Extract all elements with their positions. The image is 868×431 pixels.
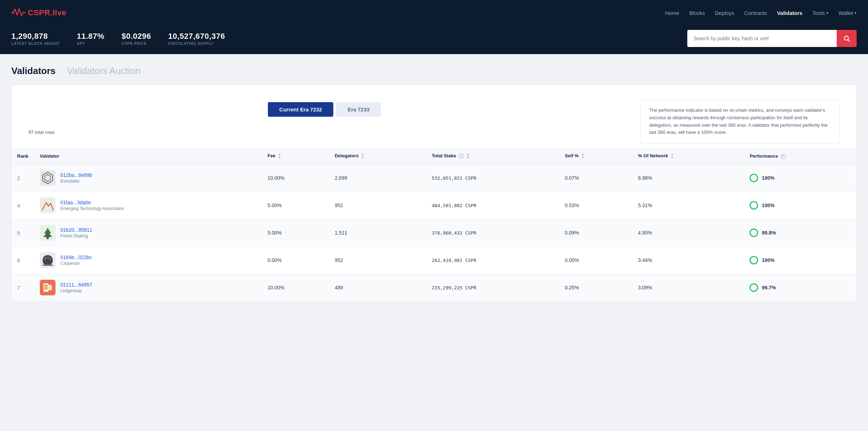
validator-info: 012ba...6e69b Everstake [60,172,92,184]
performance-value: 99.7% [762,285,776,290]
performance-info-box: The performance indicator is based on on… [640,99,840,144]
stat-block-height-value: 1,290,878 [11,32,60,41]
stat-apy: 11.87% APY [77,32,105,46]
tab-validators-auction[interactable]: Validators Auction [67,65,140,77]
fee-cell: 0.00% [262,247,329,274]
col-delegators[interactable]: Delegators ▲▼ [329,148,426,164]
validator-icon [40,198,55,213]
delegators-cell: 1,511 [329,219,426,247]
validator-info: 01faa...3da0e Emerging Technology Associ… [60,200,124,211]
col-performance: Performance i [744,148,857,164]
performance-cell: 100% [744,192,857,219]
stat-apy-value: 11.87% [77,32,105,41]
stat-apy-label: APY [77,42,105,46]
nav-validators[interactable]: Validators [777,10,803,16]
nav-blocks[interactable]: Blocks [689,10,705,16]
logo-svg [11,6,26,20]
nav-tools[interactable]: Tools ▾ [813,10,829,16]
table-row: 2 012ba...6e69b Everstake 10.00% 2,699 5… [11,164,857,192]
validators-table-card: Current Era 7232 Era 7233 97 total rows … [11,85,857,301]
col-total-stake[interactable]: Total Stake i ▲▼ [426,148,559,164]
validator-name: Everstake [60,179,92,184]
validator-info: 01111...64957 Ledgerleap [60,282,92,293]
nav-wallet[interactable]: Wallet ▾ [838,10,857,16]
total-stake-cell: 262,410,981 CSPR [426,247,559,274]
network-pct-cell: 5.31% [632,192,744,219]
search-button[interactable] [837,30,857,47]
fee-cell: 10.00% [262,164,329,192]
self-pct-cell: 0.25% [559,274,633,301]
col-self-pct[interactable]: Self % ▲▼ [559,148,633,164]
tools-chevron-icon: ▾ [826,11,829,15]
logo-text: CSPR.live [28,8,66,17]
network-sort-icon[interactable]: ▲▼ [671,153,674,159]
stat-price-value: $0.0296 [122,32,151,41]
stats-bar: 1,290,878 LATEST BLOCK HEIGHT 11.87% APY… [0,26,868,54]
validators-table: Rank Validator Fee ▲▼ Delegators ▲▼ Tota… [11,148,857,301]
fee-sort-icon[interactable]: ▲▼ [278,153,281,159]
validator-address[interactable]: 01111...64957 [60,282,92,288]
svg-marker-4 [45,174,51,182]
next-era-button[interactable]: Era 7233 [336,102,381,117]
main-nav: Home Blocks Deploys Contracts Validators… [665,10,857,16]
validator-address[interactable]: 01b20...85811 [60,227,92,233]
stat-price: $0.0296 CSPR PRICE [122,32,151,46]
tab-validators[interactable]: Validators [11,65,55,77]
col-network-pct[interactable]: % Of Network ▲▼ [632,148,744,164]
delegators-cell: 952 [329,192,426,219]
performance-cell: 100% [744,247,857,274]
table-row: 6 0169e...022bc Casperian 0.00% 952 262,… [11,247,857,274]
logo[interactable]: CSPR.live [11,6,66,20]
table-header: Rank Validator Fee ▲▼ Delegators ▲▼ Tota… [11,148,857,164]
nav-home[interactable]: Home [665,10,679,16]
total-rows-label: 97 total rows [20,124,629,135]
self-pct-cell: 0.53% [559,192,633,219]
validator-name: Forest Staking [60,233,92,238]
nav-deploys[interactable]: Deploys [715,10,734,16]
current-era-button[interactable]: Current Era 7232 [268,102,333,117]
svg-marker-6 [43,231,52,237]
validator-address[interactable]: 012ba...6e69b [60,172,92,178]
self-pct-cell: 0.09% [559,219,633,247]
stat-supply: 10,527,670,376 CIRCULATING SUPPLY [168,32,225,46]
col-fee[interactable]: Fee ▲▼ [262,148,329,164]
table-body: 2 012ba...6e69b Everstake 10.00% 2,699 5… [11,164,857,301]
svg-rect-12 [44,287,48,288]
self-sort-icon[interactable]: ▲▼ [581,153,584,159]
search-input[interactable] [687,30,837,47]
stat-supply-label: CIRCULATING SUPPLY [168,42,225,46]
rank-cell: 6 [11,247,34,274]
network-pct-cell: 4.95% [632,219,744,247]
validator-cell: 01b20...85811 Forest Staking [34,219,262,247]
validator-cell: 01111...64957 Ledgerleap [34,274,262,301]
total-stake-cell: 532,051,021 CSPR [426,164,559,192]
performance-value: 100% [762,257,774,263]
delegators-cell: 952 [329,247,426,274]
page-tabs: Validators Validators Auction [11,65,857,77]
total-stake-sort-icon[interactable]: ▲▼ [466,153,469,159]
rank-cell: 5 [11,219,34,247]
delegators-sort-icon[interactable]: ▲▼ [361,153,364,159]
self-pct-cell: 0.07% [559,164,633,192]
self-pct-cell: 0.00% [559,247,633,274]
validator-address[interactable]: 0169e...022bc [60,254,92,260]
rank-cell: 7 [11,274,34,301]
stat-block-height: 1,290,878 LATEST BLOCK HEIGHT [11,32,60,46]
performance-cell: 99.8% [744,219,857,247]
performance-value: 100% [762,203,774,208]
network-pct-cell: 6.98% [632,164,744,192]
logo-suffix: live [53,8,67,17]
nav-contracts[interactable]: Contracts [744,10,767,16]
performance-circle-icon [750,174,758,182]
page-content: Validators Validators Auction Current Er… [0,54,868,301]
table-row: 7 01111...64957 Ledgerleap 10.00% 489 23… [11,274,857,301]
validator-name: Casperian [60,261,92,266]
validator-address[interactable]: 01faa...3da0e [60,200,91,205]
delegators-cell: 489 [329,274,426,301]
total-stake-info-icon: i [459,154,464,159]
svg-rect-13 [44,288,48,289]
performance-cell: 99.7% [744,274,857,301]
wallet-chevron-icon: ▾ [854,11,857,15]
stat-block-height-label: LATEST BLOCK HEIGHT [11,42,60,46]
validator-icon [40,170,55,186]
